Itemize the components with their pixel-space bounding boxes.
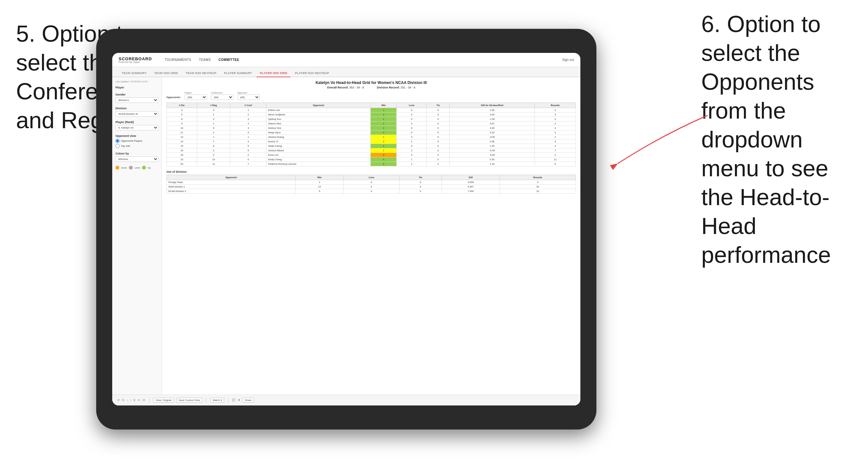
nav-item-tournaments[interactable]: TOURNAMENTS — [165, 57, 191, 63]
col-loss: Loss — [397, 103, 427, 108]
toolbar-redo[interactable]: ↻ — [122, 399, 124, 402]
cell-tie: 0 — [427, 108, 450, 113]
cell-rounds: 2 — [535, 135, 576, 139]
cell-reg: 7 — [197, 139, 230, 144]
filter-conference: Conference (All) — [211, 92, 234, 100]
cell-win: 0 — [371, 153, 397, 157]
ood-cell-loss: 0 — [344, 185, 400, 189]
sub-nav-player-h2h-heatmap[interactable]: PLAYER H2H HEATMAP — [292, 69, 332, 77]
cell-tie: 0 — [427, 153, 450, 157]
conference-filter-select[interactable]: (All) — [211, 95, 234, 100]
cell-win: 2 — [371, 162, 397, 166]
cell-div: 6 — [167, 117, 197, 122]
cell-conf: 4 — [230, 139, 267, 144]
division-select[interactable]: NCAA Division III — [116, 111, 158, 117]
ood-col-tie: Tie — [399, 175, 441, 180]
table-row: 3 3 1 Esther Lee 1 0 0 1.50 4 — [167, 108, 576, 113]
table-row: 6 3 3 Sydney Kuo 1 0 0 -1.00 3 — [167, 117, 576, 122]
color-level-label: Level — [135, 167, 140, 169]
sub-nav-player-h2h-grid[interactable]: PLAYER H2H GRID — [256, 69, 290, 77]
cell-win: 1 — [371, 130, 397, 135]
nav-bar: SCOREBOARD Powered by clippd TOURNAMENTS… — [112, 53, 580, 67]
main-content: Last Updated: 27/03/2024 14:34 Player Ge… — [112, 77, 580, 405]
opponent-filter-select[interactable]: (All) — [237, 95, 260, 100]
sub-nav-player-summary[interactable]: PLAYER SUMMARY — [221, 69, 255, 77]
cell-reg: 1 — [197, 135, 230, 139]
toolbar-comment[interactable]: 💬 — [232, 399, 235, 402]
radio-opponents-played[interactable]: Opponents Played — [116, 139, 158, 143]
cell-reg: 3 — [197, 117, 230, 122]
cell-div: 18 — [167, 153, 197, 157]
ood-table-row: Foreign Team 1 0 0 4.500 2 — [167, 180, 576, 185]
radio-top100[interactable]: Top 100 — [116, 144, 158, 148]
ood-cell-loss: 0 — [344, 189, 400, 194]
ood-cell-win: 15 — [295, 185, 343, 189]
cell-win: 1 — [371, 108, 397, 113]
cell-reg: 2 — [197, 130, 230, 135]
nav-item-committee[interactable]: COMMITTEE — [218, 57, 239, 63]
sub-nav-team-h2h-grid[interactable]: TEAM H2H GRID — [151, 69, 181, 77]
player-rank-select[interactable]: 8. Katelyn Vo — [116, 125, 158, 130]
cell-win: 1 — [371, 113, 397, 117]
sub-nav-team-h2h-heatmap[interactable]: TEAM H2H HEATMAP — [182, 69, 220, 77]
cell-loss: 1 — [397, 157, 427, 162]
nav-right: Sign out — [562, 58, 574, 62]
cell-conf: 6 — [230, 148, 267, 153]
watch-btn[interactable]: Watch ▾ — [210, 398, 224, 403]
cell-conf: 7 — [230, 162, 267, 166]
arrow-right — [599, 109, 711, 173]
grid-records: Overall Record: 353 - 34 - 6 Division Re… — [166, 86, 576, 89]
nav-item-teams[interactable]: TEAMS — [199, 57, 211, 63]
ood-cell-tie: 0 — [399, 189, 441, 194]
cell-conf: 1 — [230, 135, 267, 139]
colour-by-select[interactable]: Win/loss — [116, 156, 158, 162]
toolbar-draw[interactable]: ✏ — [138, 399, 140, 402]
sidebar-player-rank-section: Player (Rank) 8. Katelyn Vo — [116, 121, 158, 130]
sub-nav-team-summary[interactable]: TEAM SUMMARY — [119, 69, 150, 77]
cell-win: 2 — [371, 126, 397, 130]
cell-reg: 10 — [197, 157, 230, 162]
cell-tie: 0 — [427, 144, 450, 148]
cell-div: 13 — [167, 135, 197, 139]
sign-out[interactable]: Sign out — [562, 58, 574, 62]
division-record: Division Record: 331 - 34 - 6 — [377, 86, 415, 89]
ood-col-diff: Diff — [441, 175, 500, 180]
toolbar-nav-back[interactable]: ‹ — [127, 399, 128, 402]
table-row: 11 2 5 Heejo Hyun 1 0 0 3.33 3 — [167, 130, 576, 135]
ood-cell-opponent: NAIA Division 1 — [167, 185, 296, 189]
cell-loss: 0 — [397, 130, 427, 135]
overall-record: Overall Record: 353 - 34 - 6 — [327, 86, 364, 89]
gender-select[interactable]: Women's — [116, 97, 158, 103]
cell-opponent: Emily Chang — [267, 157, 371, 162]
cell-opponent: Alexis Sudjianto — [267, 113, 371, 117]
cell-conf: 6 — [230, 157, 267, 162]
cell-diff: 4.00 — [450, 126, 535, 130]
cell-tie: 0 — [427, 162, 450, 166]
region-filter-select[interactable]: (All) — [185, 95, 207, 100]
cell-div: 16 — [167, 148, 197, 153]
tablet-device: SCOREBOARD Powered by clippd TOURNAMENTS… — [96, 29, 596, 430]
cell-win: 1 — [371, 148, 397, 153]
toolbar-undo[interactable]: ↺ — [117, 399, 120, 402]
view-original-btn[interactable]: View: Original — [153, 398, 174, 403]
cell-loss: 3 — [397, 153, 427, 157]
tablet-screen: SCOREBOARD Powered by clippd TOURNAMENTS… — [112, 53, 580, 405]
share-btn[interactable]: Share — [243, 398, 254, 403]
cell-diff: 1.50 — [450, 108, 535, 113]
cell-tie: 0 — [427, 113, 450, 117]
cell-opponent: Stella Cheng — [267, 144, 371, 148]
cell-rounds: 4 — [535, 144, 576, 148]
cell-div: 20 — [167, 162, 197, 166]
logo: SCOREBOARD Powered by clippd — [119, 57, 152, 63]
cell-loss: 0 — [397, 117, 427, 122]
cell-conf: 5 — [230, 144, 267, 148]
toolbar-divider-1 — [149, 398, 149, 403]
save-custom-view-btn[interactable]: Save Custom View — [176, 398, 202, 403]
toolbar-export[interactable]: ⬆ — [238, 399, 240, 402]
toolbar-nav-fwd[interactable]: › — [130, 399, 131, 402]
cell-loss: 0 — [397, 113, 427, 117]
toolbar-copy[interactable]: ⎘ — [134, 399, 135, 402]
toolbar-time[interactable]: ⏱ — [143, 399, 145, 402]
cell-div: 10 — [167, 126, 197, 130]
toolbar-divider-2 — [206, 398, 207, 403]
